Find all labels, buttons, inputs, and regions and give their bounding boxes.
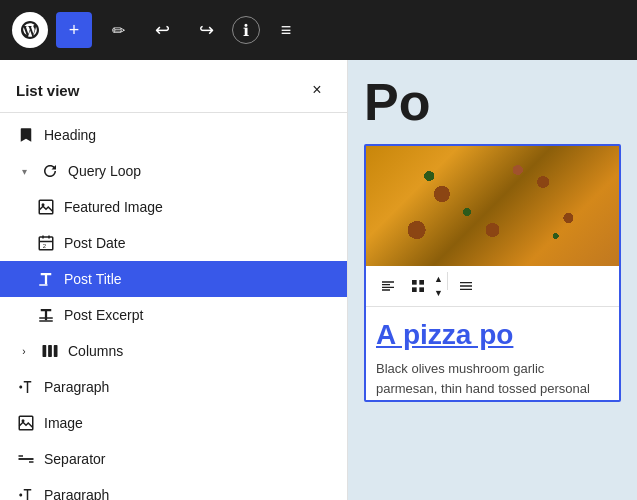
svg-rect-17	[412, 287, 417, 292]
sidebar-title: List view	[16, 82, 79, 99]
separator-icon	[16, 449, 36, 469]
post-excerpt-text: Black olives mushroom garlic parmesan, t…	[376, 359, 609, 398]
query-loop-expand-icon[interactable]: ▾	[16, 163, 32, 179]
separator-label: Separator	[44, 451, 105, 467]
list-item-separator[interactable]: Separator	[0, 441, 347, 477]
bookmark-icon	[16, 125, 36, 145]
undo-button[interactable]: ↩	[144, 12, 180, 48]
menu-button[interactable]: ≡	[268, 12, 304, 48]
edit-button[interactable]: ✏	[100, 12, 136, 48]
redo-button[interactable]: ↪	[188, 12, 224, 48]
paragraph-icon	[16, 377, 36, 397]
post-title-label: Post Title	[64, 271, 122, 287]
query-loop-label: Query Loop	[68, 163, 141, 179]
page-post-title-partial: Po	[364, 76, 430, 128]
svg-rect-8	[48, 345, 52, 357]
svg-rect-7	[43, 345, 47, 357]
list-item-columns[interactable]: › Columns	[0, 333, 347, 369]
list-item-heading[interactable]: Heading	[0, 117, 347, 153]
paragraph-label: Paragraph	[44, 379, 109, 395]
image-icon	[16, 413, 36, 433]
list-item-query-loop[interactable]: ▾ Query Loop	[0, 153, 347, 189]
paragraph2-label: Paragraph	[44, 487, 109, 500]
move-down-button[interactable]: ▼	[434, 286, 443, 300]
paragraph2-icon	[16, 485, 36, 500]
heading-label: Heading	[44, 127, 96, 143]
list-item-image[interactable]: Image	[0, 405, 347, 441]
image-label: Image	[44, 415, 83, 431]
list-item-paragraph2[interactable]: Paragraph	[0, 477, 347, 500]
card-body: A pizza po Black olives mushroom garlic …	[366, 307, 619, 400]
block-toolbar-overlay: ▲ ▼	[366, 266, 619, 307]
featured-image-icon	[36, 197, 56, 217]
close-sidebar-button[interactable]: ×	[303, 76, 331, 104]
svg-point-1	[42, 203, 45, 206]
columns-label: Columns	[68, 343, 123, 359]
list-items-container: Heading ▾ Query Loop Featured Image	[0, 113, 347, 500]
post-excerpt-icon	[36, 305, 56, 325]
svg-point-11	[22, 419, 25, 422]
post-title-icon	[36, 269, 56, 289]
list-item-post-excerpt[interactable]: Post Excerpt	[0, 297, 347, 333]
calendar-icon: 2	[36, 233, 56, 253]
main-toolbar: + ✏ ↩ ↪ ℹ ≡	[0, 0, 637, 60]
svg-rect-16	[419, 280, 424, 285]
toolbar-separator	[447, 272, 448, 290]
list-item-post-date[interactable]: 2 Post Date	[0, 225, 347, 261]
featured-image-label: Featured Image	[64, 199, 163, 215]
align-left-button[interactable]	[374, 272, 402, 300]
more-options-button[interactable]	[452, 272, 480, 300]
move-up-button[interactable]: ▲	[434, 272, 443, 286]
post-heading[interactable]: A pizza po	[376, 319, 609, 351]
grid-button[interactable]	[404, 272, 432, 300]
svg-text:2: 2	[43, 243, 47, 249]
list-item-paragraph[interactable]: Paragraph	[0, 369, 347, 405]
wp-logo[interactable]	[12, 12, 48, 48]
svg-rect-9	[54, 345, 58, 357]
pizza-image	[366, 146, 619, 266]
featured-image	[366, 146, 619, 266]
list-item-featured-image[interactable]: Featured Image	[0, 189, 347, 225]
post-card: ▲ ▼ A pizza po Black olives mushroom gar…	[364, 144, 621, 402]
move-buttons: ▲ ▼	[434, 272, 443, 300]
svg-rect-15	[412, 280, 417, 285]
loop-icon	[40, 161, 60, 181]
sidebar-header: List view ×	[0, 60, 347, 113]
sidebar: List view × Heading ▾ Query Loop	[0, 60, 348, 500]
svg-rect-18	[419, 287, 424, 292]
columns-expand-icon[interactable]: ›	[16, 343, 32, 359]
list-item-post-title[interactable]: Post Title	[0, 261, 347, 297]
content-area: Po ▲ ▼	[348, 60, 637, 500]
post-excerpt-label: Post Excerpt	[64, 307, 143, 323]
info-button[interactable]: ℹ	[232, 16, 260, 44]
main-content: List view × Heading ▾ Query Loop	[0, 60, 637, 500]
add-block-button[interactable]: +	[56, 12, 92, 48]
post-date-label: Post Date	[64, 235, 125, 251]
columns-icon	[40, 341, 60, 361]
